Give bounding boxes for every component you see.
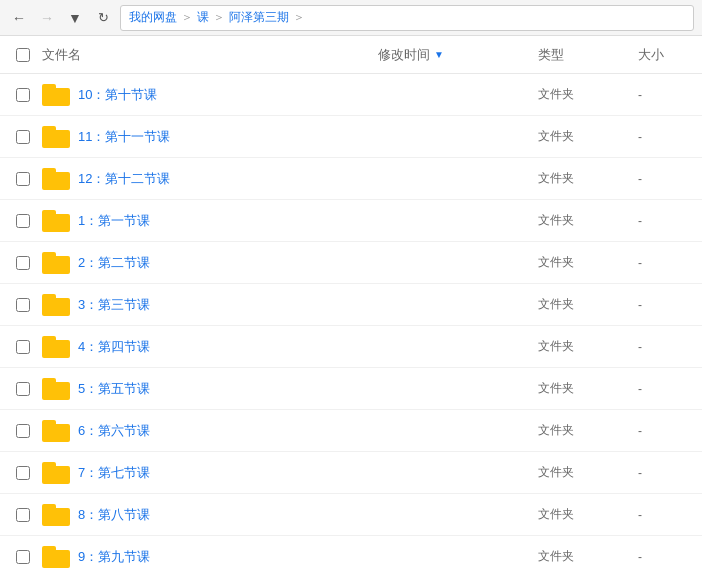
file-size: - bbox=[634, 550, 694, 564]
file-type: 文件夹 bbox=[534, 464, 634, 481]
file-name: 11：第十一节课 bbox=[78, 128, 170, 146]
file-name: 8：第八节课 bbox=[78, 506, 150, 524]
file-name-cell: 4：第四节课 bbox=[38, 336, 374, 358]
header-checkbox-cell bbox=[8, 48, 38, 62]
breadcrumb-course[interactable]: 课 bbox=[197, 9, 209, 26]
row-checkbox[interactable] bbox=[16, 298, 30, 312]
file-name-cell: 10：第十节课 bbox=[38, 84, 374, 106]
file-size: - bbox=[634, 340, 694, 354]
folder-icon bbox=[42, 126, 70, 148]
file-size: - bbox=[634, 172, 694, 186]
folder-icon bbox=[42, 546, 70, 568]
row-checkbox[interactable] bbox=[16, 256, 30, 270]
table-row[interactable]: 6：第六节课 文件夹 - bbox=[0, 410, 702, 452]
file-type: 文件夹 bbox=[534, 254, 634, 271]
file-size: - bbox=[634, 382, 694, 396]
row-checkbox[interactable] bbox=[16, 550, 30, 564]
row-checkbox[interactable] bbox=[16, 88, 30, 102]
table-row[interactable]: 5：第五节课 文件夹 - bbox=[0, 368, 702, 410]
file-size: - bbox=[634, 424, 694, 438]
file-type: 文件夹 bbox=[534, 548, 634, 565]
row-checkbox-cell bbox=[8, 130, 38, 144]
folder-icon bbox=[42, 336, 70, 358]
folder-icon bbox=[42, 168, 70, 190]
folder-icon bbox=[42, 462, 70, 484]
file-name-cell: 7：第七节课 bbox=[38, 462, 374, 484]
row-checkbox[interactable] bbox=[16, 466, 30, 480]
row-checkbox[interactable] bbox=[16, 382, 30, 396]
row-checkbox-cell bbox=[8, 214, 38, 228]
file-name: 1：第一节课 bbox=[78, 212, 150, 230]
row-checkbox[interactable] bbox=[16, 508, 30, 522]
file-name-cell: 3：第三节课 bbox=[38, 294, 374, 316]
file-type: 文件夹 bbox=[534, 506, 634, 523]
file-type: 文件夹 bbox=[534, 338, 634, 355]
browser-toolbar: ← → ▼ ↻ 我的网盘 ＞ 课 ＞ 阿泽第三期 ＞ bbox=[0, 0, 702, 36]
file-type: 文件夹 bbox=[534, 170, 634, 187]
row-checkbox[interactable] bbox=[16, 172, 30, 186]
file-name: 12：第十二节课 bbox=[78, 170, 170, 188]
breadcrumb-current[interactable]: 阿泽第三期 bbox=[229, 9, 289, 26]
row-checkbox[interactable] bbox=[16, 130, 30, 144]
row-checkbox-cell bbox=[8, 298, 38, 312]
file-name: 4：第四节课 bbox=[78, 338, 150, 356]
row-checkbox-cell bbox=[8, 508, 38, 522]
refresh-button[interactable]: ↻ bbox=[92, 7, 114, 29]
table-row[interactable]: 8：第八节课 文件夹 - bbox=[0, 494, 702, 536]
file-size: - bbox=[634, 298, 694, 312]
file-size: - bbox=[634, 508, 694, 522]
file-name-cell: 6：第六节课 bbox=[38, 420, 374, 442]
folder-icon bbox=[42, 210, 70, 232]
file-type: 文件夹 bbox=[534, 212, 634, 229]
table-row[interactable]: 12：第十二节课 文件夹 - bbox=[0, 158, 702, 200]
file-name: 5：第五节课 bbox=[78, 380, 150, 398]
folder-icon bbox=[42, 252, 70, 274]
breadcrumb-sep-3: ＞ bbox=[293, 9, 305, 26]
file-name: 9：第九节课 bbox=[78, 548, 150, 566]
column-name-header: 文件名 bbox=[38, 46, 374, 64]
file-size: - bbox=[634, 466, 694, 480]
folder-icon bbox=[42, 84, 70, 106]
forward-button[interactable]: → bbox=[36, 7, 58, 29]
file-name-cell: 8：第八节课 bbox=[38, 504, 374, 526]
file-name-cell: 2：第二节课 bbox=[38, 252, 374, 274]
file-name-cell: 11：第十一节课 bbox=[38, 126, 374, 148]
file-type: 文件夹 bbox=[534, 380, 634, 397]
table-row[interactable]: 2：第二节课 文件夹 - bbox=[0, 242, 702, 284]
table-row[interactable]: 3：第三节课 文件夹 - bbox=[0, 284, 702, 326]
file-list: 10：第十节课 文件夹 - 11：第十一节课 文件夹 - 12：第十二节课 文件… bbox=[0, 74, 702, 573]
select-all-checkbox[interactable] bbox=[16, 48, 30, 62]
table-row[interactable]: 9：第九节课 文件夹 - bbox=[0, 536, 702, 573]
file-size: - bbox=[634, 256, 694, 270]
row-checkbox-cell bbox=[8, 550, 38, 564]
row-checkbox-cell bbox=[8, 424, 38, 438]
table-row[interactable]: 1：第一节课 文件夹 - bbox=[0, 200, 702, 242]
column-modified-header[interactable]: 修改时间 ▼ bbox=[374, 46, 534, 64]
column-type-header: 类型 bbox=[534, 46, 634, 64]
breadcrumb-sep-2: ＞ bbox=[213, 9, 225, 26]
row-checkbox-cell bbox=[8, 382, 38, 396]
sort-arrow-icon: ▼ bbox=[434, 49, 444, 60]
content-area: 文件名 修改时间 ▼ 类型 大小 10：第十节课 文件夹 - 11：第十一 bbox=[0, 36, 702, 573]
down-button[interactable]: ▼ bbox=[64, 7, 86, 29]
breadcrumb-home[interactable]: 我的网盘 bbox=[129, 9, 177, 26]
file-name-cell: 12：第十二节课 bbox=[38, 168, 374, 190]
row-checkbox[interactable] bbox=[16, 340, 30, 354]
table-row[interactable]: 4：第四节课 文件夹 - bbox=[0, 326, 702, 368]
back-button[interactable]: ← bbox=[8, 7, 30, 29]
file-type: 文件夹 bbox=[534, 422, 634, 439]
table-row[interactable]: 11：第十一节课 文件夹 - bbox=[0, 116, 702, 158]
folder-icon bbox=[42, 294, 70, 316]
row-checkbox-cell bbox=[8, 466, 38, 480]
row-checkbox-cell bbox=[8, 88, 38, 102]
row-checkbox[interactable] bbox=[16, 214, 30, 228]
table-header: 文件名 修改时间 ▼ 类型 大小 bbox=[0, 36, 702, 74]
file-name-cell: 5：第五节课 bbox=[38, 378, 374, 400]
table-row[interactable]: 7：第七节课 文件夹 - bbox=[0, 452, 702, 494]
table-row[interactable]: 10：第十节课 文件夹 - bbox=[0, 74, 702, 116]
breadcrumb-sep-1: ＞ bbox=[181, 9, 193, 26]
row-checkbox[interactable] bbox=[16, 424, 30, 438]
column-size-header: 大小 bbox=[634, 46, 694, 64]
folder-icon bbox=[42, 378, 70, 400]
folder-icon bbox=[42, 504, 70, 526]
